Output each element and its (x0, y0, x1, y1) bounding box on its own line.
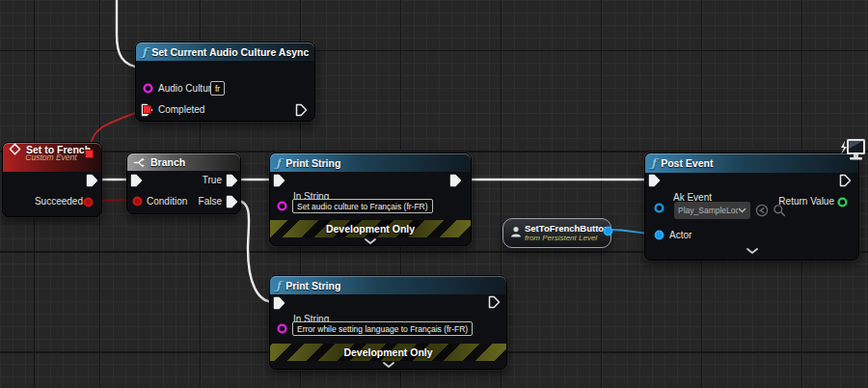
actor-out-pin[interactable] (602, 225, 614, 237)
node-header[interactable]: ƒ Set Current Audio Culture Async (136, 42, 314, 61)
node-header[interactable]: Set to French Custom Event (3, 143, 101, 172)
succeeded-pin[interactable] (82, 196, 95, 208)
development-only-banner: Development Only (270, 344, 506, 361)
function-icon: ƒ (142, 47, 147, 57)
node-actor-reference[interactable]: SetToFrenchButton from Persistent Level (502, 218, 611, 248)
development-only-banner: Development Only (270, 220, 471, 237)
node-title: Print String (285, 280, 340, 291)
ak-event-selected-value: Play_SampleLoc (678, 206, 738, 215)
chevron-down-icon (738, 208, 746, 213)
reference-subtitle: from Persistent Level (525, 234, 597, 242)
banner-label: Development Only (326, 223, 415, 235)
actor-object-icon (509, 225, 523, 238)
node-post-event[interactable]: ƒ Post Event Ak Event Play_SampleLoc Ret… (644, 152, 859, 261)
node-header[interactable]: ƒ Print String (270, 153, 471, 172)
collapse-chevron-icon[interactable] (645, 248, 858, 254)
exec-in-pin[interactable] (130, 174, 143, 187)
exec-out-pin[interactable] (839, 174, 852, 187)
node-print-string-true[interactable]: ƒ Print String In String Set audio cultu… (269, 152, 472, 246)
completed-label: Completed (158, 104, 204, 115)
exec-in-pin[interactable] (273, 296, 285, 310)
node-header[interactable]: ƒ Post Event (645, 153, 858, 173)
condition-label: Condition (147, 196, 187, 207)
function-icon: ƒ (651, 158, 656, 168)
function-icon: ƒ (276, 158, 281, 168)
node-title: Branch (150, 156, 185, 168)
exec-out-pin[interactable] (86, 174, 98, 187)
audio-culture-pin[interactable] (142, 82, 154, 95)
audio-culture-label: Audio Culture (158, 83, 217, 94)
function-icon: ƒ (276, 281, 281, 291)
branch-icon (133, 156, 146, 169)
node-print-string-false[interactable]: ƒ Print String In String Error while set… (269, 275, 507, 370)
exec-out-pin[interactable] (488, 295, 501, 309)
audio-culture-value-field[interactable]: fr (210, 81, 225, 96)
exec-out-pin[interactable] (295, 103, 308, 117)
node-set-to-french-event[interactable]: Set to French Custom Event Succeeded (2, 142, 102, 217)
succeeded-label: Succeeded (35, 196, 83, 207)
node-branch[interactable]: Branch Condition True False (126, 152, 241, 214)
actor-in-pin[interactable] (653, 229, 665, 241)
node-header[interactable]: Branch (127, 153, 240, 171)
collapse-chevron-icon[interactable] (270, 238, 471, 244)
false-exec-pin[interactable] (226, 195, 238, 208)
collapse-chevron-icon[interactable] (270, 362, 506, 368)
in-string-value-field[interactable]: Set audio culture to Français (fr-FR) (292, 199, 433, 213)
node-title: Post Event (661, 157, 713, 169)
banner-label: Development Only (343, 346, 432, 358)
node-header[interactable]: ƒ Print String (270, 276, 506, 294)
in-string-value-field[interactable]: Error while setting language to Français… (292, 321, 473, 336)
client-monitor-icon (837, 135, 867, 173)
ak-event-dropdown[interactable]: Play_SampleLoc (674, 202, 750, 219)
condition-pin[interactable] (131, 195, 144, 208)
exec-in-pin[interactable] (648, 174, 661, 187)
in-string-pin[interactable] (276, 200, 288, 212)
completed-delegate-pin[interactable] (142, 104, 152, 115)
true-exec-pin[interactable] (226, 174, 238, 187)
use-selected-icon[interactable] (755, 204, 769, 217)
node-set-current-audio-culture-async[interactable]: ƒ Set Current Audio Culture Async Audio … (135, 42, 315, 122)
false-label: False (199, 196, 222, 207)
event-delegate-pin[interactable] (84, 149, 95, 159)
node-title: Print String (285, 157, 340, 169)
return-value-label: Return Value (778, 196, 834, 207)
node-title: Set Current Audio Culture Async (151, 46, 309, 58)
reference-title: SetToFrenchButton (525, 223, 610, 234)
exec-out-pin[interactable] (449, 174, 462, 187)
return-value-pin[interactable] (836, 196, 849, 208)
exec-in-pin[interactable] (273, 174, 285, 187)
ak-event-pin[interactable] (653, 202, 665, 214)
node-subtitle: Custom Event (9, 152, 94, 162)
in-string-pin[interactable] (276, 322, 288, 335)
blueprint-graph-canvas[interactable]: ƒ Set Current Audio Culture Async Audio … (0, 0, 868, 388)
actor-label: Actor (669, 230, 692, 240)
true-label: True (203, 175, 222, 185)
